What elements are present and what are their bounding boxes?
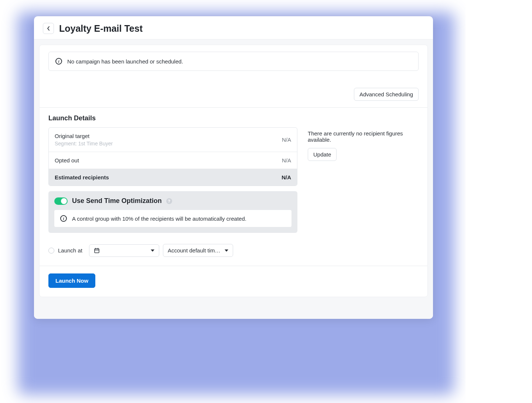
page-title: Loyalty E-mail Test xyxy=(59,23,143,34)
divider xyxy=(40,266,427,266)
details-value: N/A xyxy=(282,174,291,180)
details-row-opted-out: Opted out N/A xyxy=(49,152,297,169)
details-table: Original target Segment: 1st Time Buyer … xyxy=(48,127,297,186)
sto-toggle[interactable] xyxy=(54,197,68,205)
chevron-down-icon xyxy=(225,249,228,252)
details-row-estimated: Estimated recipients N/A xyxy=(49,169,297,186)
info-icon: i xyxy=(60,215,67,222)
body-scroll-area[interactable]: i No campaign has been launched or sched… xyxy=(34,39,433,319)
no-recipient-figures-text: There are currently no recipient figures… xyxy=(308,130,419,143)
details-sublabel: Segment: 1st Time Buyer xyxy=(55,141,113,147)
status-banner: i No campaign has been launched or sched… xyxy=(48,52,419,71)
details-label: Original target xyxy=(55,133,113,139)
svg-rect-0 xyxy=(95,249,99,253)
update-button[interactable]: Update xyxy=(308,148,337,161)
details-label: Opted out xyxy=(55,157,79,163)
advanced-scheduling-button[interactable]: Advanced Scheduling xyxy=(354,88,419,101)
launch-details-heading: Launch Details xyxy=(48,114,419,122)
campaign-launch-window: Loyalty E-mail Test i No campaign has be… xyxy=(34,16,433,319)
sto-note-text: A control group with 10% of the recipien… xyxy=(72,216,246,222)
send-time-optimization-box: Use Send Time Optimization ? i A control… xyxy=(48,191,297,233)
details-value: N/A xyxy=(282,137,291,143)
main-panel: i No campaign has been launched or sched… xyxy=(39,45,428,297)
back-button[interactable] xyxy=(43,23,54,34)
details-label: Estimated recipients xyxy=(55,174,109,180)
launch-now-button[interactable]: Launch Now xyxy=(48,273,95,288)
divider xyxy=(40,107,427,108)
launch-at-row: Launch at Account default time z… xyxy=(48,244,419,257)
help-icon[interactable]: ? xyxy=(166,198,172,204)
launch-date-picker[interactable] xyxy=(89,244,159,257)
chevron-down-icon xyxy=(151,249,154,252)
status-banner-text: No campaign has been launched or schedul… xyxy=(67,58,183,65)
launch-at-label: Launch at xyxy=(58,247,82,254)
timezone-value: Account default time z… xyxy=(168,247,221,254)
info-icon: i xyxy=(55,58,62,65)
sto-title: Use Send Time Optimization xyxy=(72,197,162,205)
sto-note: i A control group with 10% of the recipi… xyxy=(54,210,291,227)
calendar-icon xyxy=(94,248,100,254)
details-value: N/A xyxy=(282,157,291,163)
chevron-left-icon xyxy=(47,26,50,31)
timezone-select[interactable]: Account default time z… xyxy=(163,244,233,257)
titlebar: Loyalty E-mail Test xyxy=(34,16,433,39)
details-row-original-target: Original target Segment: 1st Time Buyer … xyxy=(49,128,297,152)
launch-at-radio[interactable] xyxy=(48,248,54,254)
